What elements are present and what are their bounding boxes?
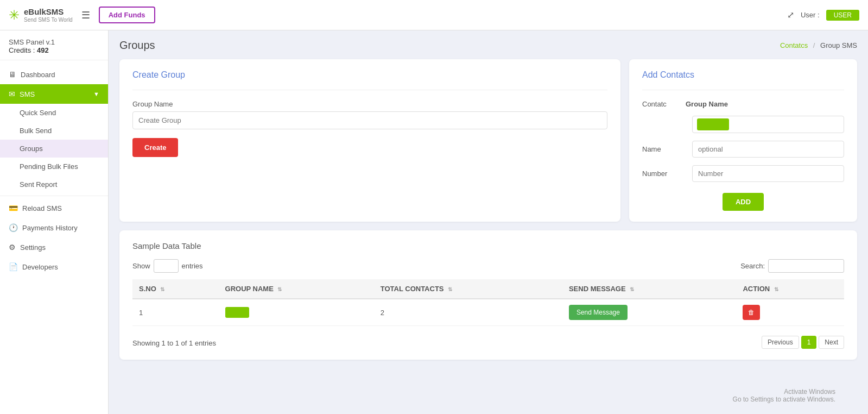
reload-icon: 💳 <box>9 204 18 212</box>
panel-title: SMS Panel v.1 <box>9 38 99 46</box>
table-row: 1 2 Send Message 🗑 <box>132 299 844 326</box>
sidebar-item-sent-report[interactable]: Sent Report <box>0 175 108 193</box>
table-search-control: Search: <box>740 259 844 273</box>
sidebar-item-label: Dashboard <box>21 71 55 79</box>
number-input[interactable] <box>692 165 844 182</box>
breadcrumb-link[interactable]: Contatcs <box>780 41 808 49</box>
table-header-row: S.NO ⇅ GROUP NAME ⇅ TOTAL CONTACTS ⇅ SEN… <box>132 279 844 299</box>
group-badge <box>697 118 729 130</box>
contact-name-row: Name <box>642 141 844 158</box>
windows-watermark: Activate Windows Go to Settings to activ… <box>733 388 835 403</box>
divider <box>0 196 108 196</box>
add-button[interactable]: ADD <box>723 193 764 211</box>
sidebar-item-payments-history[interactable]: 🕐 Payments History <box>0 218 108 237</box>
number-label: Number <box>642 170 686 178</box>
entries-label: entries <box>182 262 203 270</box>
pagination: Previous 1 Next <box>762 336 844 349</box>
sidebar-item-sms[interactable]: ✉ SMS ▼ <box>0 84 108 104</box>
cell-send-message: Send Message <box>562 299 736 326</box>
sms-icon: ✉ <box>9 90 15 98</box>
add-contacts-card: Add Contatcs Contatc Group Name N <box>629 59 857 222</box>
credits-info: Credits : 492 <box>9 46 99 54</box>
page-1-button[interactable]: 1 <box>801 336 817 349</box>
sidebar-item-bulk-send[interactable]: Bulk Send <box>0 122 108 140</box>
group-name-label: Group Name <box>132 100 607 108</box>
sort-icon-send: ⇅ <box>630 286 634 292</box>
user-label: User : <box>801 11 820 19</box>
sidebar-item-pending-bulk[interactable]: Pending Bulk Files <box>0 158 108 175</box>
brand-tagline: Send SMS To World <box>24 17 73 23</box>
cell-total-contacts: 2 <box>374 299 562 326</box>
watermark-line2: Go to Settings to activate Windows. <box>733 396 835 403</box>
sidebar-item-reload-sms[interactable]: 💳 Reload SMS <box>0 198 108 218</box>
name-input[interactable] <box>692 141 844 158</box>
sort-icon-action: ⇅ <box>774 286 778 292</box>
sidebar-item-label: Payments History <box>22 224 78 232</box>
sidebar-item-label: Reload SMS <box>22 204 62 212</box>
name-label: Name <box>642 145 686 153</box>
show-label: Show <box>132 262 150 270</box>
table-footer: Showing 1 to 1 of 1 entries <box>132 339 216 347</box>
menu-icon[interactable]: ☰ <box>81 9 90 21</box>
main-content: Groups Contatcs / Group SMS Create Group… <box>109 30 868 414</box>
sidebar-item-settings[interactable]: ⚙ Settings <box>0 237 108 257</box>
cell-group-name <box>219 299 374 326</box>
breadcrumb-separator: / <box>813 41 815 49</box>
col-group-name[interactable]: GROUP NAME ⇅ <box>219 279 374 299</box>
contacts-header-row: Contatc Group Name <box>642 100 844 108</box>
page-header: Groups Contatcs / Group SMS <box>119 39 857 52</box>
data-table: S.NO ⇅ GROUP NAME ⇅ TOTAL CONTACTS ⇅ SEN… <box>132 279 844 326</box>
header: ✳ eBulkSMS Send SMS To World ☰ Add Funds… <box>0 0 868 30</box>
contact-group-row <box>642 116 844 133</box>
brand-name: eBulkSMS <box>24 7 73 17</box>
contact-col-header: Contatc <box>642 100 686 108</box>
send-message-button[interactable]: Send Message <box>569 305 628 320</box>
sort-icon-sno: ⇅ <box>160 286 164 292</box>
cell-sno: 1 <box>132 299 219 326</box>
sidebar-item-label: SMS <box>20 90 35 98</box>
cell-action: 🗑 <box>736 299 844 326</box>
chevron-down-icon: ▼ <box>93 91 99 97</box>
sidebar-item-quick-send[interactable]: Quick Send <box>0 104 108 122</box>
logo-icon: ✳ <box>9 8 20 23</box>
logo: ✳ eBulkSMS Send SMS To World <box>9 7 73 23</box>
create-button[interactable]: Create <box>132 138 178 157</box>
entries-input[interactable]: 10 <box>154 259 179 273</box>
table-section-title: Sample Data Table <box>132 241 844 250</box>
create-group-card: Create Group Group Name Create <box>119 59 620 222</box>
search-label: Search: <box>740 262 765 270</box>
col-send-message[interactable]: SEND MESSAGE ⇅ <box>562 279 736 299</box>
sort-icon-group: ⇅ <box>277 286 282 292</box>
table-show-control: Show 10 entries <box>132 259 203 273</box>
sidebar-item-developers[interactable]: 📄 Developers <box>0 257 108 277</box>
layout: SMS Panel v.1 Credits : 492 🖥 Dashboard … <box>0 30 868 414</box>
next-page-button[interactable]: Next <box>819 336 844 349</box>
prev-page-button[interactable]: Previous <box>762 336 799 349</box>
group-name-group: Group Name <box>132 100 607 129</box>
col-sno[interactable]: S.NO ⇅ <box>132 279 219 299</box>
group-name-input[interactable] <box>132 111 607 129</box>
data-table-section: Sample Data Table Show 10 entries Search… <box>119 230 857 360</box>
sidebar-item-label: Settings <box>20 243 46 252</box>
settings-icon: ⚙ <box>9 243 16 252</box>
delete-button[interactable]: 🗑 <box>743 305 760 320</box>
watermark-line1: Activate Windows <box>733 388 835 396</box>
create-group-title: Create Group <box>132 70 607 80</box>
developers-icon: 📄 <box>9 262 18 271</box>
sidebar-item-groups[interactable]: Groups <box>0 140 108 158</box>
col-action[interactable]: ACTION ⇅ <box>736 279 844 299</box>
page-title: Groups <box>119 39 155 52</box>
sidebar-item-dashboard[interactable]: 🖥 Dashboard <box>0 65 108 84</box>
sort-icon-contacts: ⇅ <box>448 286 452 292</box>
col-total-contacts[interactable]: TOTAL CONTACTS ⇅ <box>374 279 562 299</box>
breadcrumb-current: Group SMS <box>820 41 857 49</box>
expand-icon[interactable]: ⤢ <box>787 10 794 20</box>
sidebar-item-label: Developers <box>22 263 58 271</box>
add-funds-button[interactable]: Add Funds <box>99 7 155 23</box>
search-input[interactable] <box>768 259 844 273</box>
user-badge: USER <box>826 10 859 21</box>
dashboard-icon: 🖥 <box>9 70 16 79</box>
contact-number-row: Number <box>642 165 844 182</box>
payments-icon: 🕐 <box>9 223 18 232</box>
sidebar-nav: 🖥 Dashboard ✉ SMS ▼ Quick Send Bulk Send… <box>0 60 108 281</box>
